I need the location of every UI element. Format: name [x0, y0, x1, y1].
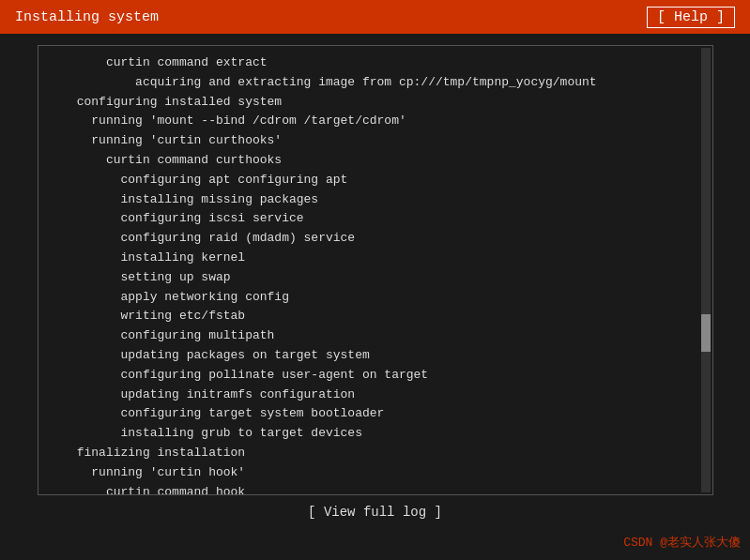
terminal-content: curtin command extract acquiring and ext…: [38, 46, 712, 495]
view-full-log-button[interactable]: [ View full log ]: [308, 505, 442, 520]
titlebar: Installing system [ Help ]: [0, 0, 750, 34]
main-content: curtin command extract acquiring and ext…: [0, 34, 750, 560]
scrollbar-thumb[interactable]: [701, 314, 711, 352]
bottom-bar: [ View full log ]: [308, 505, 442, 520]
terminal-box: curtin command extract acquiring and ext…: [38, 45, 713, 495]
watermark: CSDN @老实人张大傻: [623, 534, 741, 551]
help-button[interactable]: [ Help ]: [647, 7, 735, 28]
titlebar-title: Installing system: [15, 9, 159, 25]
scrollbar[interactable]: [701, 48, 711, 492]
